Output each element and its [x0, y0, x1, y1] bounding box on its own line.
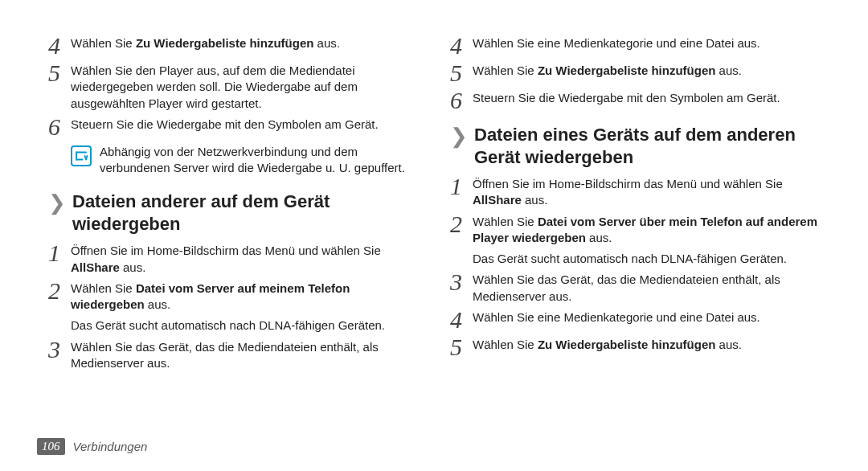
- step-number: 3: [450, 270, 473, 294]
- text: Wählen Sie: [71, 36, 136, 50]
- step-text: Wählen Sie eine Medienkategorie und eine…: [473, 35, 760, 51]
- step-text: Öffnen Sie im Home-Bildschirm das Menü u…: [71, 243, 418, 276]
- step-number: 5: [450, 61, 473, 85]
- text: aus.: [715, 338, 742, 351]
- step-number: 4: [48, 34, 71, 58]
- sub-text: Das Gerät sucht automatisch nach DLNA-fä…: [473, 251, 820, 267]
- step-number: 6: [450, 88, 473, 113]
- step-text: Steuern Sie die Wiedergabe mit den Symbo…: [71, 117, 379, 133]
- right-column: 4 Wählen Sie eine Medienkategorie und ei…: [450, 35, 820, 376]
- bold-text: AllShare: [473, 193, 522, 207]
- text: Öffnen Sie im Home-Bildschirm das Menü u…: [473, 177, 783, 190]
- chevron-icon: ❯: [450, 125, 468, 146]
- text: aus.: [715, 63, 742, 77]
- sub-text: Das Gerät sucht automatisch nach DLNA-fä…: [71, 317, 418, 334]
- text: aus.: [120, 260, 146, 274]
- step-4: 4 Wählen Sie eine Medienkategorie und ei…: [450, 35, 820, 58]
- step-5: 5 Wählen Sie Zu Wiedergabeliste hinzufüg…: [450, 337, 820, 359]
- step-text: Wählen Sie Zu Wiedergabeliste hinzufügen…: [473, 337, 742, 353]
- step-3: 3 Wählen Sie das Gerät, das die Medienda…: [450, 272, 820, 305]
- step-4: 4 Wählen Sie eine Medienkategorie und ei…: [450, 309, 820, 332]
- note-icon: [71, 145, 92, 166]
- page-number: 106: [37, 438, 65, 455]
- step-number: 5: [450, 335, 473, 359]
- text: Wählen Sie: [473, 215, 538, 228]
- step-1: 1 Öffnen Sie im Home-Bildschirm das Menü…: [48, 243, 418, 276]
- page-footer: 106 Verbindungen: [37, 438, 147, 455]
- page-content: 4 Wählen Sie Zu Wiedergabeliste hinzufüg…: [0, 0, 868, 376]
- step-number: 4: [450, 34, 473, 58]
- chevron-icon: ❯: [48, 192, 66, 213]
- step-2: 2 Wählen Sie Datei vom Server auf meinem…: [48, 281, 418, 313]
- text: aus.: [145, 297, 171, 311]
- step-3: 3 Wählen Sie das Gerät, das die Medienda…: [48, 339, 418, 372]
- step-number: 1: [48, 241, 71, 265]
- step-2: 2 Wählen Sie Datei vom Server über mein …: [450, 214, 820, 247]
- step-text: Wählen Sie Datei vom Server auf meinem T…: [71, 281, 418, 313]
- step-text: Wählen Sie Datei vom Server über mein Te…: [473, 214, 820, 247]
- section-heading: ❯ Dateien anderer auf dem Gerät wiederge…: [48, 190, 418, 235]
- section-heading: ❯ Dateien eines Geräts auf dem anderen G…: [450, 124, 820, 168]
- step-text: Wählen Sie Zu Wiedergabeliste hinzufügen…: [71, 35, 340, 51]
- step-number: 4: [450, 308, 473, 332]
- step-number: 1: [450, 174, 473, 199]
- text: Wählen Sie: [473, 338, 538, 351]
- info-note: Abhängig von der Netzwerkverbindung und …: [71, 144, 418, 177]
- text: Öffnen Sie im Home-Bildschirm das Menü u…: [71, 244, 381, 257]
- bold-text: Zu Wiedergabeliste hinzufügen: [136, 36, 314, 50]
- left-column: 4 Wählen Sie Zu Wiedergabeliste hinzufüg…: [48, 35, 418, 376]
- text: aus.: [586, 231, 612, 244]
- bold-text: Zu Wiedergabeliste hinzufügen: [538, 63, 716, 77]
- step-number: 2: [450, 212, 473, 236]
- footer-section: Verbindungen: [73, 440, 148, 453]
- section-title: Dateien anderer auf dem Gerät wiedergebe…: [72, 190, 418, 235]
- step-6: 6 Steuern Sie die Wiedergabe mit den Sym…: [450, 90, 820, 113]
- step-5: 5 Wählen Sie Zu Wiedergabeliste hinzufüg…: [450, 63, 820, 85]
- step-5: 5 Wählen Sie den Player aus, auf dem die…: [48, 63, 418, 112]
- bold-text: AllShare: [71, 260, 120, 274]
- note-text: Abhängig von der Netzwerkverbindung und …: [100, 144, 418, 177]
- step-number: 3: [48, 338, 71, 362]
- step-number: 5: [48, 61, 71, 85]
- step-text: Wählen Sie das Gerät, das die Mediendate…: [71, 339, 418, 372]
- step-text: Wählen Sie Zu Wiedergabeliste hinzufügen…: [473, 63, 742, 79]
- step-text: Wählen Sie den Player aus, auf dem die M…: [71, 63, 418, 112]
- step-text: Steuern Sie die Wiedergabe mit den Symbo…: [473, 90, 780, 106]
- step-text: Öffnen Sie im Home-Bildschirm das Menü u…: [473, 176, 820, 209]
- text: Wählen Sie: [71, 281, 136, 295]
- step-4: 4 Wählen Sie Zu Wiedergabeliste hinzufüg…: [48, 35, 418, 58]
- step-text: Wählen Sie das Gerät, das die Mediendate…: [473, 272, 820, 305]
- step-text: Wählen Sie eine Medienkategorie und eine…: [473, 309, 760, 326]
- step-1: 1 Öffnen Sie im Home-Bildschirm das Menü…: [450, 176, 820, 209]
- step-6: 6 Steuern Sie die Wiedergabe mit den Sym…: [48, 117, 418, 139]
- step-number: 6: [48, 115, 71, 139]
- text: Wählen Sie: [473, 63, 538, 77]
- step-number: 2: [48, 279, 71, 303]
- section-title: Dateien eines Geräts auf dem anderen Ger…: [474, 124, 820, 168]
- text: aus.: [522, 193, 548, 207]
- text: aus.: [313, 36, 340, 50]
- bold-text: Zu Wiedergabeliste hinzufügen: [538, 338, 716, 351]
